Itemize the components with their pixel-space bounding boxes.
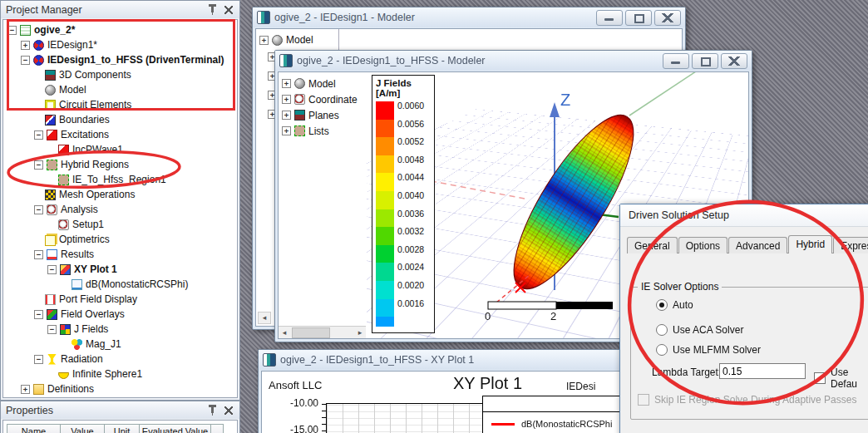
tree-item-label[interactable]: ogive_2* <box>34 24 75 36</box>
modeler-front-titlebar[interactable]: ogive_2 - IEDesign1_to_HFSS - Modeler <box>275 51 752 71</box>
tree-item-label[interactable]: Mesh Operations <box>59 189 135 200</box>
tree-item-label[interactable]: Boundaries <box>59 114 110 125</box>
expander-minus-icon[interactable]: − <box>47 325 57 334</box>
modeler-back-titlebar[interactable]: ogive_2 - IEDesign1 - Modeler <box>253 7 685 27</box>
expander-plus-icon[interactable]: + <box>282 126 291 135</box>
tree-item-hybrid-regions[interactable]: −Hybrid Regions <box>3 157 237 172</box>
tree-item-port-field-display[interactable]: Port Field Display <box>3 292 237 307</box>
tree-item-label[interactable]: Coordinate <box>308 94 358 106</box>
tree-item-label[interactable]: Field Overlays <box>61 308 125 320</box>
tree-item-label[interactable]: IEDesign1* <box>47 39 97 51</box>
tree-item-label[interactable]: Hybrid Regions <box>61 159 129 170</box>
expander-minus-icon[interactable]: − <box>21 56 30 65</box>
scroll-left-arrow[interactable]: ◂ <box>258 312 271 324</box>
tree-item-label[interactable]: Port Field Display <box>59 293 137 305</box>
tree-item-model[interactable]: Model <box>3 82 237 97</box>
tree-item-label[interactable]: Analysis <box>61 204 98 215</box>
tree-horizontal-scrollbar[interactable]: ◂ ▸ <box>279 326 366 338</box>
tree-item-label[interactable]: Circuit Elements <box>59 99 131 111</box>
close-button[interactable] <box>721 53 747 69</box>
tree-item-label[interactable]: Model <box>308 78 336 90</box>
tree-item-setup1[interactable]: Setup1 <box>3 217 237 232</box>
expander-plus-icon[interactable]: + <box>282 111 291 120</box>
tree-item-label[interactable]: Definitions <box>47 383 94 395</box>
radio-row-use-aca-solver[interactable]: Use ACA Solver <box>656 324 743 336</box>
tree-item-label[interactable]: Model <box>286 34 313 46</box>
tree-item-label[interactable]: Excitations <box>61 129 109 140</box>
tree-item-label[interactable]: J Fields <box>74 323 108 335</box>
tree-item-model[interactable]: +Model <box>259 32 338 47</box>
tree-item-model[interactable]: +Model <box>282 76 369 91</box>
tree-item-label[interactable]: IncPWave1 <box>72 144 123 155</box>
tree-item-ogive-2[interactable]: −ogive_2* <box>3 22 237 37</box>
tree-item-radiation[interactable]: −Radiation <box>3 352 237 367</box>
tree-item-label[interactable]: Lists <box>308 125 329 137</box>
tree-item-label[interactable]: Infinite Sphere1 <box>72 368 142 380</box>
tree-item-label[interactable]: Planes <box>308 110 339 121</box>
tree-item-mag-j1[interactable]: Mag_J1 <box>3 337 237 352</box>
tree-item-label[interactable]: Radiation <box>61 353 103 365</box>
tree-item-planes[interactable]: +Planes <box>282 107 369 123</box>
tree-item-mesh-operations[interactable]: Mesh Operations <box>3 187 237 202</box>
tree-item-db-monostaticrcsphi[interactable]: dB(MonostaticRCSPhi) <box>3 277 237 292</box>
expander-minus-icon[interactable]: − <box>34 160 43 170</box>
properties-column-extra[interactable] <box>211 424 224 433</box>
scroll-right-arrow[interactable]: ▸ <box>354 327 366 338</box>
close-button[interactable] <box>654 10 681 26</box>
minimize-button[interactable] <box>596 10 623 26</box>
tab-advanced[interactable]: Advanced <box>728 237 787 253</box>
tree-item-excitations[interactable]: −Excitations <box>3 127 237 142</box>
radio-use-mlfmm-solver[interactable] <box>656 344 668 356</box>
tree-item-incpwave1[interactable]: IncPWave1 <box>3 142 237 157</box>
radio-use-aca-solver[interactable] <box>656 324 668 336</box>
scroll-left-arrow[interactable]: ◂ <box>279 327 290 338</box>
tree-item-analysis[interactable]: −Analysis <box>3 202 237 217</box>
properties-column-evaluated-value[interactable]: Evaluated Value <box>140 424 211 433</box>
use-default-checkbox-row[interactable]: Use Defau <box>814 367 868 390</box>
scrollbar-thumb[interactable] <box>292 327 330 338</box>
tree-item-label[interactable]: Results <box>61 248 94 260</box>
tab-general[interactable]: General <box>627 237 678 253</box>
tree-item-label[interactable]: dB(MonostaticRCSPhi) <box>86 278 188 290</box>
expander-minus-icon[interactable]: − <box>34 205 43 214</box>
tree-item-j-fields[interactable]: −J Fields <box>3 322 237 337</box>
properties-column-name[interactable]: Name <box>7 424 61 433</box>
close-icon[interactable] <box>223 405 234 416</box>
tree-item-circuit-elements[interactable]: Circuit Elements <box>3 97 237 112</box>
tree-item-iedesign1-to-hfss-driventerminal[interactable]: −IEDesign1_to_HFSS (DrivenTerminal) <box>3 52 237 67</box>
tree-item-xy-plot-1[interactable]: −XY Plot 1 <box>3 262 237 277</box>
tree-item-label[interactable]: Mag_J1 <box>86 338 121 350</box>
tree-item-3d-components[interactable]: 3D Components <box>3 67 237 82</box>
tree-item-label[interactable]: IEDesign1_to_HFSS (DrivenTerminal) <box>47 54 224 66</box>
dialog-titlebar[interactable]: Driven Solution Setup <box>620 204 868 227</box>
use-default-checkbox[interactable] <box>814 372 826 384</box>
tree-item-infinite-sphere1[interactable]: Infinite Sphere1 <box>3 367 237 381</box>
tree-item-label[interactable]: Setup1 <box>72 219 104 230</box>
expander-plus-icon[interactable]: + <box>282 95 291 104</box>
tree-item-boundaries[interactable]: Boundaries <box>3 112 237 127</box>
restore-button[interactable] <box>692 53 718 69</box>
expander-plus-icon[interactable]: + <box>21 385 30 394</box>
tree-item-lists[interactable]: +Lists <box>282 123 369 139</box>
tree-item-label[interactable]: Optimetrics <box>59 234 110 245</box>
tree-item-field-overlays[interactable]: −Field Overlays <box>3 307 237 322</box>
tree-item-coordinate[interactable]: +Coordinate <box>282 91 369 107</box>
expander-plus-icon[interactable]: + <box>259 36 269 45</box>
expander-plus-icon[interactable]: + <box>282 79 291 88</box>
tree-item-label[interactable]: XY Plot 1 <box>74 263 117 275</box>
expander-plus-icon[interactable]: + <box>21 41 30 50</box>
tab-hybrid[interactable]: Hybrid <box>788 235 832 253</box>
pin-icon[interactable] <box>206 405 218 416</box>
tab-expression-cache[interactable]: Expression Cache <box>833 237 868 253</box>
expander-minus-icon[interactable]: − <box>34 355 43 364</box>
tree-item-label[interactable]: 3D Components <box>59 69 131 81</box>
tree-item-iedesign1[interactable]: +IEDesign1* <box>3 37 237 52</box>
tree-item-optimetrics[interactable]: Optimetrics <box>3 232 237 247</box>
expander-minus-icon[interactable]: − <box>34 310 43 319</box>
tree-item-results[interactable]: −Results <box>3 247 237 262</box>
expander-minus-icon[interactable]: − <box>47 265 57 274</box>
expander-minus-icon[interactable]: − <box>34 250 43 259</box>
properties-column-unit[interactable]: Unit <box>105 424 140 433</box>
close-icon[interactable] <box>223 4 234 16</box>
pin-icon[interactable] <box>206 4 218 16</box>
